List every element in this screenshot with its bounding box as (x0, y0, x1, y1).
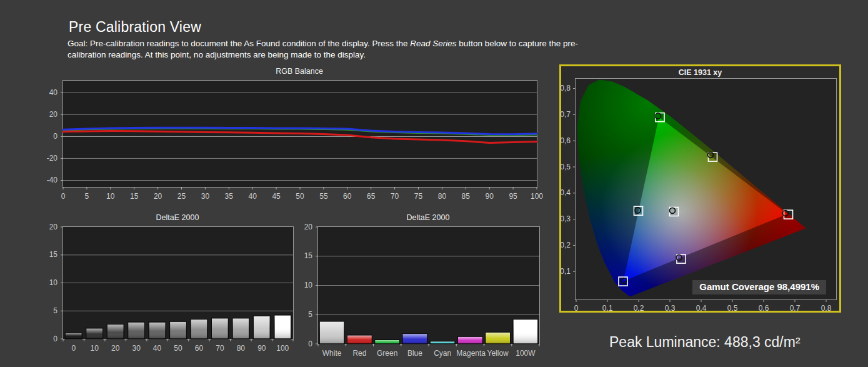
goal-text-read-series: Read Series (410, 39, 456, 48)
axis-label: 90 (480, 193, 499, 201)
axis-label: 0,3 (560, 215, 571, 223)
goal-text: Goal: Pre-calibration readings to docume… (67, 38, 592, 60)
goal-text-pre: Goal: Pre-calibration readings to docume… (67, 39, 410, 48)
axis-label: 40 (243, 193, 262, 201)
peak-luminance-readout: Peak Luminance: 488,3 cd/m² (609, 334, 801, 351)
deltae-grayscale-title: DeltaE 2000 (62, 213, 292, 222)
axis-label: Cyan (429, 349, 456, 358)
axis-label: 20 (149, 193, 167, 201)
axis-label: 0,5 (722, 304, 742, 313)
axis-label: -20 (47, 154, 57, 163)
axis-label: 0,8 (560, 84, 571, 93)
axis-label: 100 (272, 344, 294, 353)
axis-label: 0 (566, 304, 586, 313)
axis-label: 0,1 (597, 304, 617, 313)
axis-label: 25 (172, 193, 191, 201)
axis-label: 0,6 (754, 304, 774, 313)
axis-label: 50 (291, 193, 309, 201)
axis-label: Green (374, 349, 401, 358)
axis-label: 95 (504, 193, 522, 201)
axis-label: 65 (362, 193, 381, 201)
axis-label: 70 (386, 193, 404, 201)
cie-1931-chart: 00,10,20,30,40,50,60,70,80,10,20,30,40,5… (575, 78, 837, 300)
axis-label: 85 (456, 193, 475, 201)
axis-label: 30 (196, 193, 214, 201)
de1-chart-svg (63, 227, 293, 339)
axis-label: 35 (219, 193, 238, 201)
deltae-colorchecker-title: DeltaE 2000 (317, 213, 539, 222)
axis-label: -40 (47, 176, 57, 184)
axis-label: 20 (105, 344, 126, 353)
axis-label: 0,6 (560, 137, 571, 145)
axis-label: 0 (308, 340, 312, 348)
axis-label: 60 (338, 193, 357, 201)
cie-svg (576, 79, 836, 299)
axis-label: 20 (304, 223, 312, 231)
axis-label: 10 (84, 344, 106, 353)
axis-label: 20 (49, 111, 57, 119)
axis-label: 0,8 (816, 304, 836, 313)
axis-label: 70 (209, 344, 231, 353)
axis-label: 5 (53, 307, 57, 315)
de2-chart-svg (318, 227, 539, 344)
rgb-balance-chart: 40200-20-4005101520253035404550556065707… (62, 80, 537, 188)
axis-label: Yellow (484, 349, 512, 358)
axis-label: 0 (53, 133, 57, 141)
axis-label: 0 (54, 193, 72, 201)
axis-label: Magenta (456, 349, 484, 358)
axis-label: 0,4 (560, 189, 571, 197)
cie-panel: CIE 1931 xy 00,10,20,30,40,50,60,70,80,1… (559, 64, 841, 313)
axis-label: 0,1 (560, 268, 571, 276)
rgb-balance-title: RGB Balance (62, 67, 536, 76)
axis-label: 30 (126, 344, 147, 353)
axis-label: 0,7 (785, 304, 805, 313)
axis-label: 5 (308, 311, 312, 319)
axis-label: 80 (432, 193, 451, 201)
axis-label: 10 (304, 281, 312, 289)
axis-label: 10 (49, 279, 57, 287)
axis-label: 100W (512, 349, 539, 358)
axis-label: 5 (77, 193, 96, 201)
pre-calibration-view: Pre Calibration View Goal: Pre-calibrati… (0, 0, 868, 367)
axis-label: 80 (231, 344, 252, 353)
axis-label: Red (346, 349, 373, 358)
cie-chart-title: CIE 1931 xy (561, 68, 839, 77)
axis-label: 20 (49, 223, 57, 231)
page-title: Pre Calibration View (69, 19, 201, 36)
rgb-balance-svg (63, 81, 537, 187)
axis-label: 0,2 (560, 241, 571, 249)
axis-label: 0 (53, 335, 57, 343)
axis-label: 0,4 (691, 304, 711, 313)
axis-label: 0,5 (560, 163, 571, 171)
axis-label: 45 (267, 193, 286, 201)
axis-label: 90 (251, 344, 272, 353)
axis-label: 50 (167, 344, 189, 353)
axis-label: 0,2 (629, 304, 649, 313)
axis-label: 0 (63, 344, 84, 353)
axis-label: 40 (49, 89, 57, 97)
axis-label: White (318, 349, 346, 358)
deltae-grayscale-chart: 051015200102030405060708090100 (62, 226, 294, 339)
axis-label: Blue (401, 349, 429, 358)
axis-label: 100 (527, 193, 546, 201)
axis-label: 75 (409, 193, 428, 201)
axis-label: 10 (101, 193, 120, 201)
axis-label: 40 (147, 344, 168, 353)
axis-label: 15 (304, 252, 312, 260)
axis-label: 55 (314, 193, 333, 201)
axis-label: 0,3 (660, 304, 680, 313)
axis-label: 60 (189, 344, 210, 353)
axis-label: 0,7 (560, 111, 571, 119)
deltae-colorchecker-chart: 05101520WhiteRedGreenBlueCyanMagentaYell… (317, 226, 540, 344)
axis-label: 15 (49, 251, 57, 259)
gamut-coverage-badge: Gamut Coverage 98,4991% (692, 280, 826, 294)
axis-label: 15 (125, 193, 144, 201)
